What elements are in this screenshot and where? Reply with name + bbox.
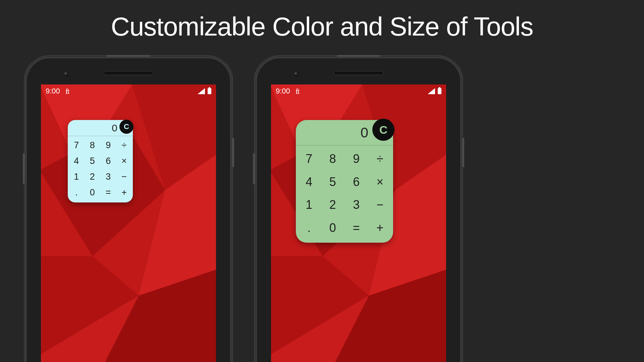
battery-icon bbox=[438, 88, 441, 94]
app-icon: ft bbox=[65, 87, 69, 96]
key-3[interactable]: 3 bbox=[344, 193, 368, 217]
key-1[interactable]: 1 bbox=[297, 193, 321, 217]
power-button bbox=[462, 138, 464, 167]
key-decimal[interactable]: . bbox=[68, 185, 85, 200]
status-time: 9:00 bbox=[276, 87, 290, 96]
key-minus[interactable]: − bbox=[368, 193, 392, 217]
clear-label: C bbox=[124, 122, 129, 131]
speaker-grille bbox=[334, 71, 383, 75]
page-title: Customizable Color and Size of Tools bbox=[0, 11, 488, 42]
calculator-widget-small[interactable]: C 0 7 8 9 ÷ 4 5 6 × 1 2 bbox=[68, 120, 133, 202]
display-value: 0 bbox=[112, 122, 117, 134]
key-8[interactable]: 8 bbox=[85, 137, 101, 153]
app-icon: ft bbox=[296, 87, 299, 96]
key-9[interactable]: 9 bbox=[100, 137, 116, 153]
power-button bbox=[232, 138, 234, 167]
key-equals[interactable]: = bbox=[344, 217, 368, 240]
phone-frame: 9:00 ft C 0 7 bbox=[254, 56, 463, 274]
signal-icon bbox=[428, 88, 435, 94]
key-minus[interactable]: − bbox=[116, 169, 132, 185]
signal-icon bbox=[198, 88, 205, 94]
status-time: 9:00 bbox=[46, 87, 60, 96]
key-6[interactable]: 6 bbox=[100, 153, 116, 169]
key-decimal[interactable]: . bbox=[297, 217, 321, 240]
clear-label: C bbox=[379, 123, 388, 136]
key-7[interactable]: 7 bbox=[68, 137, 85, 153]
key-multiply[interactable]: × bbox=[368, 171, 392, 194]
battery-icon bbox=[208, 88, 211, 94]
calculator-keypad: 7 8 9 ÷ 4 5 6 × 1 2 3 − . 0 = bbox=[68, 136, 133, 202]
key-equals[interactable]: = bbox=[100, 185, 116, 200]
key-plus[interactable]: + bbox=[368, 217, 392, 240]
status-bar: 9:00 ft bbox=[271, 84, 446, 98]
display-value: 0 bbox=[361, 125, 368, 141]
volume-button bbox=[253, 153, 255, 184]
key-8[interactable]: 8 bbox=[321, 147, 345, 171]
key-5[interactable]: 5 bbox=[321, 171, 345, 194]
key-1[interactable]: 1 bbox=[68, 169, 85, 185]
phone-frame: 9:00 ft C 0 7 bbox=[24, 56, 233, 274]
key-0[interactable]: 0 bbox=[321, 217, 345, 240]
key-4[interactable]: 4 bbox=[297, 171, 321, 194]
key-2[interactable]: 2 bbox=[85, 169, 101, 185]
front-camera bbox=[64, 72, 68, 76]
status-bar: 9:00 ft bbox=[41, 84, 216, 98]
key-0[interactable]: 0 bbox=[85, 185, 101, 200]
key-2[interactable]: 2 bbox=[321, 193, 345, 217]
volume-button bbox=[23, 153, 25, 184]
key-plus[interactable]: + bbox=[116, 185, 132, 200]
key-6[interactable]: 6 bbox=[344, 171, 368, 194]
phone-top-notch bbox=[107, 55, 150, 57]
key-7[interactable]: 7 bbox=[297, 147, 321, 171]
clear-button[interactable]: C bbox=[372, 119, 394, 141]
key-9[interactable]: 9 bbox=[344, 147, 368, 171]
key-4[interactable]: 4 bbox=[68, 153, 85, 169]
phone-mock-right: 9:00 ft C 0 7 bbox=[254, 56, 463, 274]
phone-top-notch bbox=[337, 55, 380, 57]
key-divide[interactable]: ÷ bbox=[368, 147, 392, 171]
phone-screen: 9:00 ft C 0 7 bbox=[271, 84, 446, 274]
key-5[interactable]: 5 bbox=[85, 153, 101, 169]
calculator-widget-large[interactable]: C 0 7 8 9 ÷ 4 5 6 × 1 2 bbox=[296, 120, 393, 243]
key-divide[interactable]: ÷ bbox=[116, 137, 132, 153]
phone-screen: 9:00 ft C 0 7 bbox=[41, 84, 216, 274]
clear-button[interactable]: C bbox=[119, 120, 133, 134]
phone-mock-left: 9:00 ft C 0 7 bbox=[24, 56, 233, 274]
front-camera bbox=[294, 72, 299, 76]
calculator-keypad: 7 8 9 ÷ 4 5 6 × 1 2 3 − . 0 = bbox=[296, 145, 393, 243]
key-multiply[interactable]: × bbox=[116, 153, 132, 169]
key-3[interactable]: 3 bbox=[100, 169, 116, 185]
speaker-grille bbox=[104, 71, 153, 75]
